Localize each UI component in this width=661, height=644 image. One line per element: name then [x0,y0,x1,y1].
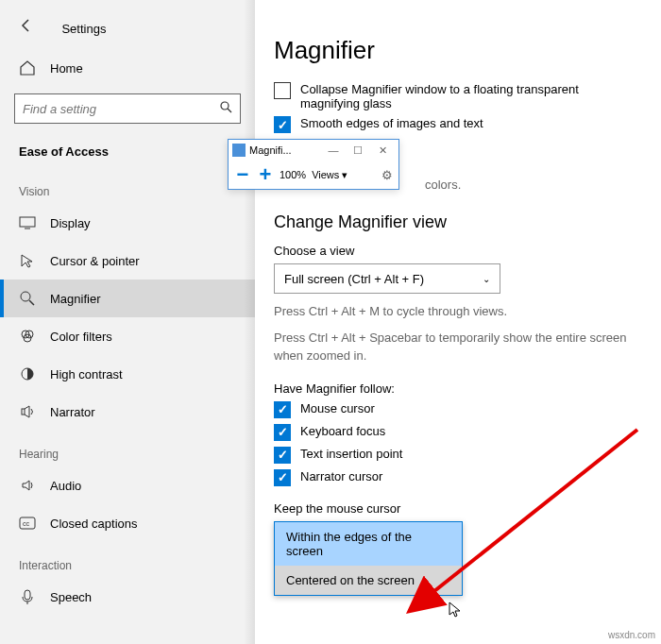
search-input[interactable] [23,102,219,116]
nav-label: Speech [50,590,92,604]
color-filters-icon [19,328,36,345]
checkbox-collapse[interactable]: Collapse Magnifier window to a floating … [274,82,633,110]
choose-view-label: Choose a view [274,244,633,258]
follow-heading: Have Magnifier follow: [274,381,633,396]
dropdown-option-edges[interactable]: Within the edges of the screen [275,522,462,566]
magnifier-app-icon [232,144,246,157]
keep-cursor-dropdown[interactable]: Within the edges of the screen Centered … [274,521,463,596]
nav-label: Display [50,216,91,230]
audio-icon [19,477,36,494]
nav-closed-captions[interactable]: cc Closed captions [0,504,255,542]
view-dropdown[interactable]: Full screen (Ctrl + Alt + F) ⌄ [274,263,500,294]
nav-label: Color filters [50,330,112,344]
nav-high-contrast[interactable]: High contrast [0,355,255,393]
checkbox-label: Collapse Magnifier window to a floating … [300,82,633,110]
checkbox-follow-keyboard[interactable]: ✓ Keyboard focus [274,424,633,441]
home-label: Home [50,61,83,76]
gear-icon[interactable]: ⚙ [381,168,393,182]
svg-text:cc: cc [23,520,30,527]
magnifier-window[interactable]: Magnifi... — ☐ ✕ − + 100% Views ▾ ⚙ [228,139,399,190]
nav-display[interactable]: Display [0,204,255,242]
chevron-down-icon: ⌄ [483,274,490,284]
spacebar-hint: Press Ctrl + Alt + Spacebar to temporari… [274,330,633,364]
search-box[interactable] [14,93,241,124]
svg-line-5 [29,300,34,305]
nav-label: High contrast [50,367,123,381]
svg-point-4 [21,292,30,301]
nav-speech[interactable]: Speech [0,578,255,616]
checkbox-label: Smooth edges of images and text [300,116,483,130]
magnifier-titlebar[interactable]: Magnifi... — ☐ ✕ [229,140,398,161]
nav-label: Magnifier [50,292,100,306]
search-icon [219,100,232,117]
settings-label: Settings [61,22,106,36]
speech-icon [19,588,36,605]
magnifier-toolbar: − + 100% Views ▾ ⚙ [229,161,398,189]
dropdown-option-centered[interactable]: Centered on the screen [275,566,462,595]
nav-narrator[interactable]: Narrator [0,393,255,431]
svg-rect-10 [22,409,25,415]
zoom-out-button[interactable]: − [234,162,251,187]
zoom-level: 100% [280,169,306,180]
captions-icon: cc [19,515,36,532]
nav-cursor[interactable]: Cursor & pointer [0,242,255,280]
back-button[interactable] [0,14,53,41]
checkbox-icon[interactable]: ✓ [274,469,291,486]
nav-magnifier[interactable]: Magnifier [0,280,255,317]
nav-label: Cursor & pointer [50,254,140,268]
svg-rect-2 [20,217,35,227]
checkbox-icon[interactable]: ✓ [274,447,291,464]
display-icon [19,214,36,231]
main-content: Magnifier Collapse Magnifier window to a… [255,0,661,615]
checkbox-label: Keyboard focus [300,424,385,438]
nav-label: Audio [50,479,81,493]
checkbox-label: Narrator cursor [300,469,382,483]
section-heading: Ease of Access [0,131,255,168]
checkbox-label: Mouse cursor [300,401,375,415]
svg-line-1 [228,109,231,112]
minimize-button[interactable]: — [321,144,346,156]
group-interaction: Interaction [0,542,255,578]
checkbox-follow-narrator[interactable]: ✓ Narrator cursor [274,469,633,486]
checkbox-smooth[interactable]: ✓ Smooth edges of images and text [274,116,633,133]
change-view-heading: Change Magnifier view [274,212,633,232]
magnifier-icon [19,290,36,307]
checkbox-label: Text insertion point [300,447,402,461]
magnifier-title: Magnifi... [249,144,292,156]
checkbox-follow-text[interactable]: ✓ Text insertion point [274,447,633,464]
sidebar: Settings Home Ease of Access Vision Disp… [0,0,255,644]
svg-point-0 [221,102,229,110]
svg-rect-13 [25,590,30,600]
group-vision: Vision [0,168,255,204]
checkbox-follow-mouse[interactable]: ✓ Mouse cursor [274,401,633,418]
keep-cursor-label: Keep the mouse cursor [274,501,633,516]
page-title: Magnifier [274,36,633,65]
checkbox-icon[interactable]: ✓ [274,424,291,441]
nav-label: Closed captions [50,517,138,531]
invert-hint: colors. [425,177,633,194]
group-hearing: Hearing [0,431,255,466]
checkbox-icon[interactable] [274,82,291,99]
checkbox-icon[interactable]: ✓ [274,401,291,418]
cursor-icon [19,252,36,269]
nav-audio[interactable]: Audio [0,466,255,504]
checkbox-icon[interactable]: ✓ [274,116,291,133]
high-contrast-icon [19,365,36,382]
zoom-in-button[interactable]: + [257,162,274,187]
watermark: wsxdn.com [608,630,655,640]
home-button[interactable]: Home [0,50,255,86]
dropdown-value: Full screen (Ctrl + Alt + F) [284,272,424,286]
views-menu[interactable]: Views ▾ [312,169,347,181]
cycle-hint: Press Ctrl + Alt + M to cycle through vi… [274,303,633,320]
close-button[interactable]: ✕ [370,144,395,157]
narrator-icon [19,403,36,420]
home-icon [19,59,36,76]
nav-label: Narrator [50,405,95,419]
maximize-button[interactable]: ☐ [346,144,370,157]
nav-color-filters[interactable]: Color filters [0,317,255,355]
